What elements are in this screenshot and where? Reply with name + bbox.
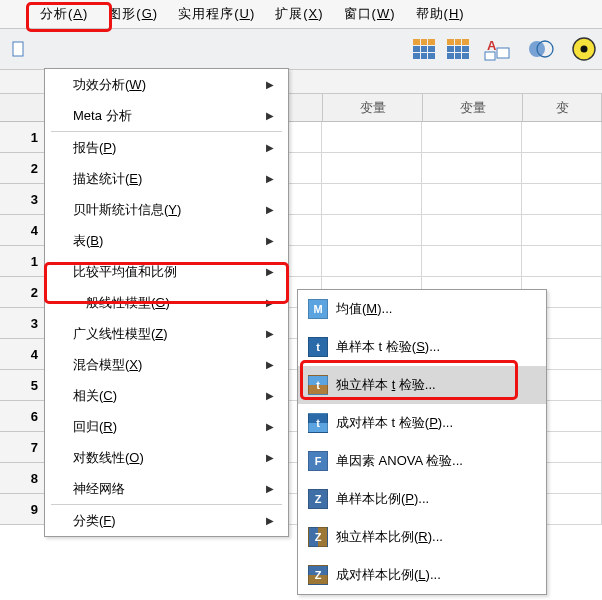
analyze-menu-item-1[interactable]: Meta 分析▶ [45,100,288,131]
submenu-arrow-icon: ▶ [266,359,274,370]
cell[interactable] [522,246,602,276]
compare-means-item-3[interactable]: t成对样本 t 检验(P)... [298,404,546,442]
toolbar-target-button[interactable] [566,35,602,63]
menu-graphics[interactable]: 图形(G) [98,1,168,27]
procedure-icon: Z [308,565,328,585]
menu-window[interactable]: 窗口(W) [334,1,406,27]
compare-means-item-2[interactable]: t独立样本 t 检验... [298,366,546,404]
cell[interactable] [322,215,422,245]
cell[interactable] [422,184,522,214]
row-number[interactable]: 3 [0,308,47,339]
menu-utilities[interactable]: 实用程序(U) [168,1,265,27]
row-number[interactable]: 7 [0,432,47,463]
submenu-arrow-icon: ▶ [266,297,274,308]
cell[interactable] [522,184,602,214]
analyze-menu-item-7[interactable]: 一般线性模型(G)▶ [45,287,288,318]
toolbar: A [0,28,602,70]
cell[interactable] [322,153,422,183]
compare-means-item-0[interactable]: M均值(M)... [298,290,546,328]
analyze-menu-item-3[interactable]: 描述统计(E)▶ [45,163,288,194]
grid-icon [447,39,469,59]
analyze-menu-item-0[interactable]: 功效分析(W)▶ [45,69,288,100]
procedure-label: 均值(M)... [336,300,392,318]
analyze-menu-item-13[interactable]: 神经网络▶ [45,473,288,504]
cell[interactable] [422,246,522,276]
column-header-1[interactable]: 变量 [323,94,423,121]
procedure-label: 单因素 ANOVA 检验... [336,452,463,470]
toolbar-a-button[interactable]: A [478,35,518,63]
analyze-menu-item-5[interactable]: 表(B)▶ [45,225,288,256]
analyze-dropdown: 功效分析(W)▶Meta 分析▶报告(P)▶描述统计(E)▶贝叶斯统计信息(Y)… [44,68,289,537]
cell[interactable] [522,153,602,183]
toolbar-venn-button[interactable] [524,35,560,63]
submenu-arrow-icon: ▶ [266,421,274,432]
submenu-arrow-icon: ▶ [266,483,274,494]
submenu-arrow-icon: ▶ [266,142,274,153]
analyze-menu-item-8[interactable]: 广义线性模型(Z)▶ [45,318,288,349]
cell[interactable] [522,215,602,245]
row-number[interactable]: 4 [0,215,47,246]
cell[interactable] [322,184,422,214]
row-number[interactable]: 1 [0,122,47,153]
cell[interactable] [522,122,602,152]
compare-means-item-1[interactable]: t单样本 t 检验(S)... [298,328,546,366]
toolbar-button-1[interactable] [6,35,34,63]
analyze-menu-item-10[interactable]: 相关(C)▶ [45,380,288,411]
row-number[interactable]: 2 [0,277,47,308]
compare-means-item-6[interactable]: Z独立样本比例(R)... [298,518,546,556]
svg-rect-0 [13,42,23,56]
row-number[interactable]: 4 [0,339,47,370]
procedure-label: 成对样本 t 检验(P)... [336,414,453,432]
analyze-menu-item-4[interactable]: 贝叶斯统计信息(Y)▶ [45,194,288,225]
analyze-menu-item-6[interactable]: 比较平均值和比例▶ [45,256,288,287]
target-icon [570,35,598,63]
column-header-2[interactable]: 变量 [423,94,523,121]
row-number[interactable]: 9 [0,494,47,525]
analyze-menu-item-11[interactable]: 回归(R)▶ [45,411,288,442]
cell[interactable] [422,122,522,152]
procedure-label: 成对样本比例(L)... [336,566,441,584]
cell[interactable] [422,215,522,245]
submenu-arrow-icon: ▶ [266,173,274,184]
a-script-icon: A [483,36,513,62]
procedure-icon: F [308,451,328,471]
row-number[interactable]: 1 [0,246,47,277]
row-number[interactable]: 6 [0,401,47,432]
cell[interactable] [322,122,422,152]
submenu-arrow-icon: ▶ [266,452,274,463]
toolbar-grid-button-2[interactable] [444,35,472,63]
menu-extensions[interactable]: 扩展(X) [265,1,333,27]
compare-means-item-5[interactable]: Z单样本比例(P)... [298,480,546,518]
row-number[interactable]: 2 [0,153,47,184]
menu-analyze[interactable]: 分析(A) [30,1,98,27]
grid-icon [413,39,435,59]
procedure-label: 独立样本比例(R)... [336,528,443,546]
submenu-arrow-icon: ▶ [266,515,274,526]
procedure-label: 独立样本 t 检验... [336,376,436,394]
compare-means-item-4[interactable]: F单因素 ANOVA 检验... [298,442,546,480]
svg-text:A: A [487,38,497,53]
menu-help[interactable]: 帮助(H) [406,1,475,27]
toolbar-grid-button-1[interactable] [410,35,438,63]
analyze-menu-item-2[interactable]: 报告(P)▶ [45,132,288,163]
analyze-menu-item-9[interactable]: 混合模型(X)▶ [45,349,288,380]
procedure-label: 单样本比例(P)... [336,490,429,508]
analyze-menu-item-14[interactable]: 分类(F)▶ [45,505,288,536]
submenu-arrow-icon: ▶ [266,235,274,246]
submenu-arrow-icon: ▶ [266,390,274,401]
submenu-arrow-icon: ▶ [266,204,274,215]
cell[interactable] [422,153,522,183]
procedure-icon: t [308,337,328,357]
analyze-menu-item-12[interactable]: 对数线性(O)▶ [45,442,288,473]
procedure-icon: t [308,413,328,433]
svg-point-7 [581,46,588,53]
row-number[interactable]: 5 [0,370,47,401]
procedure-icon: Z [308,527,328,547]
cell[interactable] [322,246,422,276]
row-number[interactable]: 3 [0,184,47,215]
venn-icon [527,37,557,61]
column-header-3[interactable]: 变 [523,94,602,121]
page-icon [11,40,29,58]
compare-means-item-7[interactable]: Z成对样本比例(L)... [298,556,546,594]
row-number[interactable]: 8 [0,463,47,494]
